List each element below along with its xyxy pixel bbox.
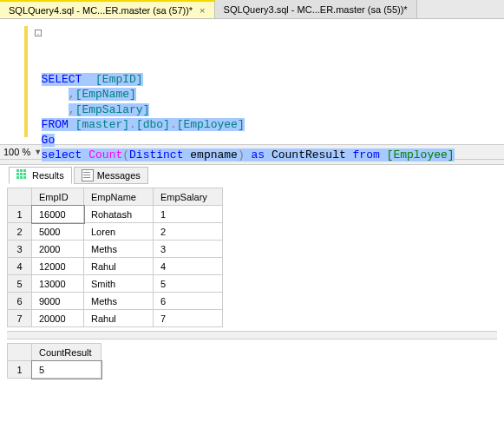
- tab-messages-label: Messages: [97, 170, 141, 181]
- collapse-icon[interactable]: -: [35, 30, 42, 36]
- result-tab-bar: Results Messages: [0, 165, 504, 184]
- cell-empsalary[interactable]: 7: [154, 310, 223, 327]
- comma: ,: [69, 103, 75, 116]
- results-area: EmpID EmpName EmpSalary 116000Rohatash1 …: [0, 184, 504, 382]
- table-row[interactable]: 513000Smith5: [8, 275, 223, 293]
- tab-results[interactable]: Results: [9, 167, 72, 184]
- fn-count: Count: [88, 148, 122, 161]
- table-row[interactable]: 32000Meths3: [8, 241, 223, 258]
- col-empid: [EmpID]: [95, 73, 143, 86]
- kw-as: as: [252, 148, 265, 161]
- kw-distinct: Distinct: [129, 148, 183, 161]
- col-empname2: empname: [183, 148, 237, 161]
- tab-messages[interactable]: Messages: [74, 167, 148, 184]
- cell-empsalary[interactable]: 4: [154, 258, 223, 275]
- dot: .: [129, 118, 136, 131]
- cell-empsalary[interactable]: 2: [154, 223, 223, 241]
- col-header-countresult[interactable]: CountResult: [32, 344, 101, 361]
- editor-tab-other[interactable]: SQLQuery3.sql - MC...ER.master (sa (55))…: [215, 0, 417, 18]
- cell-empname[interactable]: Rohatash: [84, 206, 154, 223]
- grid-splitter[interactable]: [7, 331, 497, 339]
- col-header-empid[interactable]: EmpID: [32, 188, 84, 206]
- grid-icon: [16, 169, 29, 181]
- cell-empid[interactable]: 2000: [32, 241, 84, 258]
- row-number: 1: [8, 206, 32, 223]
- alias-countresult: CountResult: [265, 148, 352, 161]
- cell-empid[interactable]: 13000: [32, 275, 84, 293]
- change-margin: [24, 26, 28, 137]
- header-row: EmpID EmpName EmpSalary: [8, 188, 223, 206]
- col-header-empsalary[interactable]: EmpSalary: [154, 188, 223, 206]
- schema-dbo: [dbo]: [136, 118, 170, 131]
- kw-select: SELECT: [42, 73, 82, 86]
- row-number: 1: [8, 361, 32, 379]
- editor-tab-bar: SQLQuery4.sql - MC...ER.master (sa (57))…: [0, 0, 504, 19]
- table-row[interactable]: 69000Meths6: [8, 293, 223, 310]
- cell-empsalary[interactable]: 5: [154, 275, 223, 293]
- kw-go: Go: [42, 134, 56, 147]
- cell-empname[interactable]: Loren: [84, 223, 154, 241]
- cell-empid[interactable]: 5000: [32, 223, 84, 241]
- kw-select2: select: [42, 148, 82, 161]
- table-row[interactable]: 720000Rahul7: [8, 310, 223, 327]
- row-number: 5: [8, 275, 32, 293]
- row-number: 2: [8, 223, 32, 241]
- col-header-empname[interactable]: EmpName: [84, 188, 154, 206]
- result-grid-1[interactable]: EmpID EmpName EmpSalary 116000Rohatash1 …: [7, 188, 223, 327]
- cell-countresult[interactable]: 5: [32, 361, 101, 379]
- editor-tab-label: SQLQuery4.sql - MC...ER.master (sa (57))…: [9, 5, 193, 16]
- col-empsalary: [EmpSalary]: [75, 103, 150, 116]
- header-row: CountResult: [8, 344, 101, 361]
- col-empname: [EmpName]: [75, 88, 136, 101]
- dot: .: [170, 118, 177, 131]
- editor-tab-active[interactable]: SQLQuery4.sql - MC...ER.master (sa (57))…: [0, 0, 215, 18]
- db-master: [master]: [75, 118, 129, 131]
- table-row[interactable]: 25000Loren2: [8, 223, 223, 241]
- tab-results-label: Results: [32, 170, 64, 181]
- cell-empid[interactable]: 12000: [32, 258, 84, 275]
- close-icon[interactable]: ×: [200, 5, 205, 16]
- corner-cell: [8, 344, 32, 361]
- cell-empid[interactable]: 20000: [32, 310, 84, 327]
- result-grid-2[interactable]: CountResult 1 5: [7, 343, 101, 379]
- cell-empname[interactable]: Meths: [84, 293, 154, 310]
- row-number: 6: [8, 293, 32, 310]
- kw-from: FROM: [42, 118, 69, 131]
- row-number: 4: [8, 258, 32, 275]
- corner-cell: [8, 188, 32, 206]
- comma: ,: [69, 88, 75, 101]
- cell-empsalary[interactable]: 1: [154, 206, 223, 223]
- cell-empname[interactable]: Rahul: [84, 258, 154, 275]
- lparen: (: [122, 148, 129, 161]
- row-number: 3: [8, 241, 32, 258]
- cell-empsalary[interactable]: 3: [154, 241, 223, 258]
- cell-empname[interactable]: Smith: [84, 275, 154, 293]
- editor-tab-label: SQLQuery3.sql - MC...ER.master (sa (55))…: [224, 4, 408, 15]
- cell-empsalary[interactable]: 6: [154, 293, 223, 310]
- table-row[interactable]: 412000Rahul4: [8, 258, 223, 275]
- messages-icon: [82, 169, 94, 181]
- tbl-employee: [Employee]: [177, 118, 245, 131]
- cell-empname[interactable]: Rahul: [84, 310, 154, 327]
- cell-empid[interactable]: 16000: [32, 206, 84, 223]
- table-row[interactable]: 116000Rohatash1: [8, 206, 223, 223]
- cell-empid[interactable]: 9000: [32, 293, 84, 310]
- sql-editor[interactable]: - SELECT [EmpID] ,[EmpName] ,[EmpSalary]…: [0, 19, 504, 144]
- cell-empname[interactable]: Meths: [84, 241, 154, 258]
- row-number: 7: [8, 310, 32, 327]
- table-row[interactable]: 1 5: [8, 361, 101, 379]
- rparen: ): [238, 148, 245, 161]
- tbl-employee2: [Employee]: [387, 148, 455, 161]
- kw-from2: from: [353, 148, 380, 161]
- zoom-level[interactable]: 100 %: [3, 147, 30, 157]
